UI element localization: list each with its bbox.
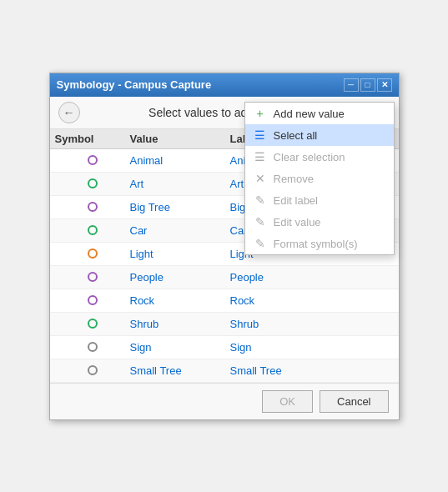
title-bar: Symbology - Campus Capture ─ □ ✕ <box>50 73 399 97</box>
table-row[interactable]: Small Tree Small Tree <box>50 359 399 383</box>
footer: OK Cancel <box>50 383 399 419</box>
options-dropdown-menu: + Add new value ☰ Select all ☰ Clear sel… <box>244 102 395 255</box>
symbol-cell <box>55 178 130 188</box>
col-header-symbol: Symbol <box>55 133 130 145</box>
symbol-dot <box>88 342 98 352</box>
symbol-dot <box>88 365 98 375</box>
table-row[interactable]: Sign Sign <box>50 336 399 359</box>
label-cell: Sign <box>230 341 394 354</box>
table-row[interactable]: People People <box>50 266 399 289</box>
dropdown-item-edit-label: ✎ Edit label <box>245 189 394 211</box>
window-title: Symbology - Campus Capture <box>57 78 212 91</box>
symbol-cell <box>55 225 130 235</box>
dropdown-item-select-all[interactable]: ☰ Select all <box>245 124 394 146</box>
value-cell: Light <box>130 248 230 260</box>
main-window: Symbology - Campus Capture ─ □ ✕ ← Selec… <box>49 73 400 420</box>
dropdown-label-clear-selection: Clear selection <box>274 151 345 163</box>
symbol-cell <box>55 365 130 375</box>
symbol-dot <box>88 319 98 329</box>
toolbar: ← Select values to add Options ▼ + Add n… <box>50 97 399 129</box>
symbol-dot <box>88 225 98 235</box>
value-cell: Small Tree <box>130 364 230 377</box>
value-cell: Shrub <box>130 318 230 330</box>
dropdown-item-format-symbol: ✎ Format symbol(s) <box>245 233 394 254</box>
symbol-cell <box>55 202 130 212</box>
format-symbol-icon: ✎ <box>254 237 267 250</box>
remove-icon: ✕ <box>254 172 267 185</box>
dropdown-item-remove: ✕ Remove <box>245 168 394 189</box>
back-button[interactable]: ← <box>58 102 80 123</box>
ok-button[interactable]: OK <box>262 390 313 413</box>
dropdown-label-edit-value: Edit value <box>274 216 321 228</box>
dropdown-item-clear-selection: ☰ Clear selection <box>245 146 394 168</box>
value-cell: Rock <box>130 294 230 307</box>
label-cell: People <box>230 271 394 284</box>
minimize-button[interactable]: ─ <box>344 78 359 92</box>
symbol-cell <box>55 342 130 352</box>
value-cell: Sign <box>130 341 230 354</box>
label-cell: Small Tree <box>230 364 394 377</box>
back-icon: ← <box>63 106 75 119</box>
symbol-cell <box>55 155 130 165</box>
symbol-dot <box>88 272 98 282</box>
symbol-dot <box>88 295 98 305</box>
symbol-dot <box>88 155 98 165</box>
symbol-cell <box>55 272 130 282</box>
dropdown-label-edit-label: Edit label <box>274 194 318 207</box>
value-cell: Car <box>130 224 230 237</box>
dropdown-label-remove: Remove <box>274 173 314 185</box>
value-cell: Animal <box>130 154 230 167</box>
label-cell: Rock <box>230 294 394 307</box>
select-all-icon: ☰ <box>254 128 267 142</box>
edit-label-icon: ✎ <box>254 193 267 207</box>
symbol-dot <box>88 178 98 188</box>
dropdown-label-add-new-value: Add new value <box>274 108 345 120</box>
maximize-button[interactable]: □ <box>360 78 375 92</box>
symbol-cell <box>55 319 130 329</box>
close-button[interactable]: ✕ <box>377 78 392 92</box>
value-cell: People <box>130 271 230 284</box>
options-dropdown-container: Options ▼ + Add new value ☰ Select all ☰… <box>323 102 390 123</box>
value-cell: Art <box>130 178 230 190</box>
dropdown-item-add-new-value[interactable]: + Add new value <box>245 103 394 124</box>
clear-selection-icon: ☰ <box>254 150 267 163</box>
value-cell: Big Tree <box>130 201 230 213</box>
col-header-value: Value <box>130 133 230 145</box>
symbol-cell <box>55 295 130 305</box>
table-row[interactable]: Rock Rock <box>50 289 399 313</box>
symbol-dot <box>88 202 98 212</box>
edit-value-icon: ✎ <box>254 215 267 228</box>
dropdown-label-select-all: Select all <box>274 129 318 142</box>
symbol-cell <box>55 249 130 259</box>
dropdown-item-edit-value: ✎ Edit value <box>245 211 394 233</box>
dropdown-label-format-symbol: Format symbol(s) <box>274 238 358 250</box>
table-row[interactable]: Shrub Shrub <box>50 313 399 336</box>
symbol-dot <box>88 249 98 259</box>
window-controls: ─ □ ✕ <box>344 78 392 92</box>
plus-icon: + <box>254 107 267 120</box>
cancel-button[interactable]: Cancel <box>320 390 388 413</box>
label-cell: Shrub <box>230 318 394 330</box>
